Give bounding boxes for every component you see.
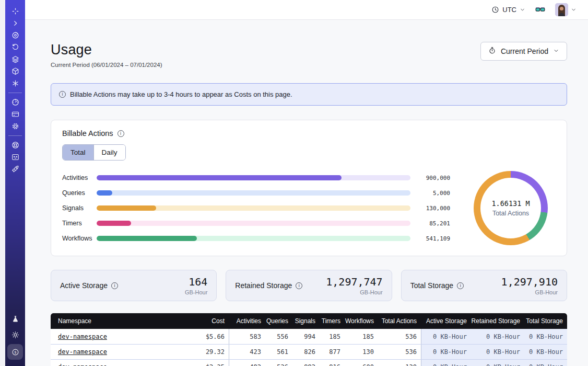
storage-card-active-storage: Active Storagei164GB-Hour — [51, 270, 217, 301]
storage-card-value: 164 — [185, 276, 207, 288]
bar-fill — [97, 205, 156, 211]
bar-label: Queries — [62, 189, 97, 197]
bar-value: 900,000 — [410, 175, 450, 181]
avatar — [555, 3, 568, 16]
table-cell: $5.66 — [183, 329, 229, 344]
collapse-chevron-icon[interactable] — [7, 17, 23, 29]
timezone-label: UTC — [502, 6, 516, 14]
namespace-usage-table: NamespaceCostActivitiesQueriesSignalsTim… — [51, 313, 567, 366]
table-cell: 0 KB-Hour — [471, 345, 524, 359]
table-body: dev-namespace$5.665835569941851855360 KB… — [51, 329, 567, 366]
chevron-down-icon — [553, 47, 559, 55]
table-cell: 877 — [320, 345, 345, 359]
info-banner: i Billable Actions may take up to 3-4 ho… — [51, 83, 567, 106]
settings-icon[interactable] — [7, 120, 23, 132]
table-cell: 0 KB-Hour — [421, 345, 471, 359]
table-cell: 0 KB-Hour — [471, 360, 524, 366]
total-actions-value: 1.66131 M — [491, 199, 530, 208]
bar-row-activities: Activities900,000 — [62, 174, 450, 181]
batch-operations-icon[interactable] — [7, 53, 23, 65]
bar-value: 130,000 — [410, 205, 450, 212]
temporal-logo-icon[interactable] — [7, 5, 23, 17]
table-cell: 826 — [292, 345, 320, 359]
namespace-cell: dev-namespace — [51, 345, 183, 359]
bar-value: 85,201 — [410, 220, 450, 227]
table-cell: 0 KB-Hour — [421, 360, 471, 366]
namespace-link[interactable]: dev-namespace — [58, 333, 107, 340]
namespace-link[interactable]: dev-namespace — [58, 348, 107, 356]
bar-fill — [97, 236, 197, 241]
bar-track — [97, 236, 410, 241]
table-cell: 185 — [345, 329, 378, 344]
table-row: dev-namespace$3.354925368838166001300 KB… — [51, 359, 567, 366]
bar-row-signals: Signals130,000 — [62, 204, 450, 212]
bar-label: Activities — [62, 174, 97, 181]
topbar: UTC — [25, 0, 588, 20]
page-title: Usage — [51, 42, 162, 58]
column-header-queries: Queries — [265, 313, 292, 329]
table-cell: 130 — [345, 345, 378, 359]
bar-label: Workflows — [62, 235, 97, 242]
timezone-selector[interactable]: UTC — [491, 6, 525, 14]
total-actions-donut-chart: 1.66131 M Total Actions — [474, 171, 548, 245]
page-content: Usage Current Period (06/01/2024 – 07/01… — [25, 20, 588, 366]
bar-fill — [97, 221, 131, 226]
column-header-signals: Signals — [292, 313, 320, 329]
bar-track — [97, 175, 410, 180]
chevron-down-icon — [571, 7, 577, 13]
billable-actions-title: Billable Actions — [62, 129, 113, 138]
page-subtitle: Current Period (06/01/2024 – 07/01/2024) — [51, 62, 162, 68]
bar-fill — [97, 175, 342, 180]
current-period-button[interactable]: Current Period — [480, 42, 567, 61]
sidebar-divider — [8, 93, 22, 93]
storage-card-value: 1,297,747 — [326, 276, 382, 288]
info-icon[interactable]: i — [111, 282, 118, 289]
column-header-active-storage: Active Storage — [421, 313, 471, 329]
total-actions-label: Total Actions — [492, 210, 529, 217]
billable-actions-bar-chart: Activities900,000Queries5,000Signals130,… — [62, 174, 452, 242]
bar-fill — [97, 190, 112, 196]
docs-icon[interactable] — [7, 151, 23, 163]
table-row: dev-namespace29.324235618268771305360 KB… — [51, 344, 567, 359]
clock-icon — [491, 6, 499, 14]
billable-actions-card: Billable Actions i TotalDaily Activities… — [51, 120, 567, 256]
info-icon[interactable]: i — [117, 130, 124, 137]
column-header-total-actions: Total Actions — [378, 313, 421, 329]
table-cell: 0 KB-Hour — [524, 345, 567, 359]
storage-card-label: Retained Storage — [235, 281, 292, 290]
billing-icon[interactable] — [7, 108, 23, 120]
table-cell: 561 — [265, 345, 292, 359]
table-cell: 536 — [378, 329, 421, 344]
bar-value: 5,000 — [410, 190, 450, 197]
pricing-dollar-icon[interactable]: $ — [7, 344, 23, 360]
nexus-icon[interactable] — [7, 77, 23, 89]
storage-summary-row: Active Storagei164GB-HourRetained Storag… — [51, 270, 567, 301]
usage-icon[interactable] — [7, 96, 23, 108]
table-cell: 994 — [292, 329, 320, 344]
table-cell: 0 KB-Hour — [421, 329, 471, 344]
storage-card-label: Active Storage — [60, 281, 108, 290]
user-menu[interactable] — [555, 3, 577, 16]
billable-actions-tabs: TotalDaily — [62, 144, 126, 161]
sidebar-divider — [8, 135, 22, 136]
support-icon[interactable] — [7, 139, 23, 151]
chevron-down-icon — [520, 7, 525, 13]
stopwatch-icon — [488, 47, 496, 56]
info-icon[interactable]: i — [457, 282, 464, 289]
column-header-namespace: Namespace — [51, 313, 183, 329]
schedules-icon[interactable] — [7, 41, 23, 53]
table-cell: 492 — [229, 360, 265, 366]
labs-flask-icon[interactable] — [7, 311, 23, 327]
deployments-icon[interactable] — [7, 65, 23, 77]
namespaces-icon[interactable] — [7, 29, 23, 41]
table-cell: 185 — [320, 329, 345, 344]
table-cell: 883 — [292, 360, 320, 366]
getting-started-rocket-icon[interactable] — [7, 163, 23, 175]
labs-glasses-icon[interactable] — [535, 4, 546, 15]
tab-total[interactable]: Total — [63, 145, 93, 160]
tab-daily[interactable]: Daily — [93, 145, 125, 160]
column-header-activities: Activities — [229, 313, 265, 329]
info-icon[interactable]: i — [296, 282, 302, 289]
theme-toggle-sun-icon[interactable] — [7, 327, 23, 342]
namespace-link[interactable]: dev-namespace — [58, 363, 107, 366]
